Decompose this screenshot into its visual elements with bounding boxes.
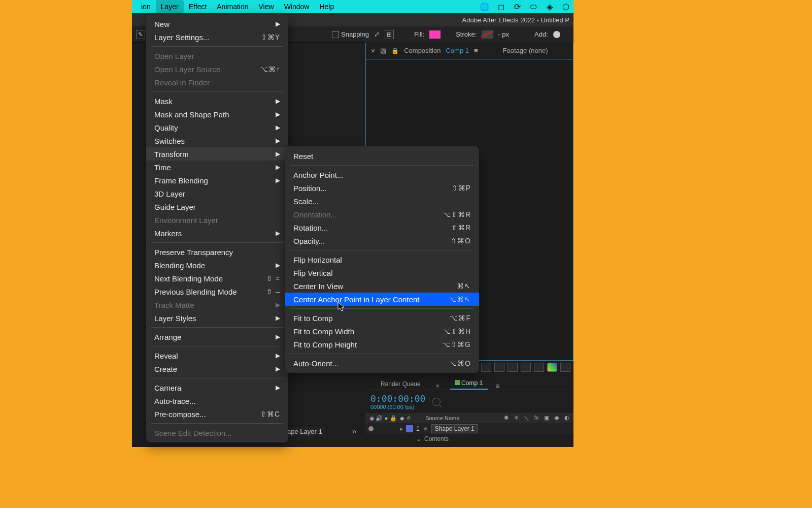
menubar-item-layer[interactable]: Layer	[156, 0, 184, 13]
composition-name[interactable]: Comp 1	[446, 47, 469, 54]
tool-pen-icon[interactable]: ✎	[136, 30, 145, 39]
menubar-item-help[interactable]: Help	[314, 0, 339, 13]
switches-icons[interactable]: ✱✳＼fx▣◉◐	[502, 415, 573, 422]
transform-menu-flip-vertical[interactable]: Flip Vertical	[285, 266, 479, 279]
square-icon[interactable]: ◻	[496, 2, 505, 11]
tab-comp[interactable]: Comp 1	[450, 377, 488, 390]
layer-menu-next-blending-mode[interactable]: Next Blending Mode⇧ =	[146, 272, 288, 285]
layer-menu-reveal[interactable]: Reveal▶	[146, 349, 288, 362]
project-panel-layer-name[interactable]: ape Layer 1	[284, 427, 325, 436]
chevron-down-icon[interactable]: ⌄	[416, 435, 421, 442]
menu-item-label: Markers	[154, 229, 182, 238]
chevron-right-icon: ▶	[265, 384, 280, 391]
visibility-icons[interactable]: ◉🔊●🔒	[368, 415, 397, 422]
layer-menu-layer-styles[interactable]: Layer Styles▶	[146, 311, 288, 325]
footer-ic-refresh[interactable]	[560, 363, 570, 372]
layer-menu-auto-trace[interactable]: Auto-trace...	[146, 394, 288, 407]
timecode-value[interactable]: 0:00:00:00	[370, 393, 425, 404]
tab-render-queue[interactable]: Render Queue	[376, 378, 426, 390]
snapping-toggle[interactable]: Snapping	[332, 30, 369, 38]
menubar-item-ion[interactable]: ion	[136, 0, 156, 13]
circle-play-icon[interactable]: ⟳	[513, 2, 522, 11]
layer-menu-preserve-transparency[interactable]: Preserve Transparency	[146, 245, 288, 259]
expand-icon[interactable]: ▸	[400, 425, 403, 432]
transform-menu-fit-to-comp-width[interactable]: Fit to Comp Width⌥⇧⌘H	[285, 325, 479, 338]
magnet-icon[interactable]: ⤢	[374, 30, 380, 38]
fill-color-chip[interactable]	[429, 30, 441, 39]
panel-menu-icon[interactable]: ≡	[474, 47, 478, 54]
timeline-layer-row[interactable]: ▸ 1 ★ Shape Layer 1	[365, 423, 573, 434]
layer-menu-time[interactable]: Time▶	[146, 161, 288, 174]
layer-menu-new[interactable]: New▶	[146, 17, 288, 30]
close-icon[interactable]: ×	[371, 47, 375, 55]
menubar-item-window[interactable]: Window	[279, 0, 315, 13]
add-button[interactable]	[553, 31, 560, 38]
stroke-color-chip[interactable]	[482, 30, 493, 39]
layer-menu-markers[interactable]: Markers▶	[146, 227, 288, 240]
transform-menu-center-anchor-point-in-layer-content[interactable]: Center Anchor Point in Layer Content⌥⌘↖	[285, 293, 479, 306]
diamond-icon[interactable]: ◈	[545, 2, 554, 11]
layer-menu-quality[interactable]: Quality▶	[146, 121, 288, 134]
layer-menu-previous-blending-mode[interactable]: Previous Blending Mode⇧ –	[146, 285, 288, 298]
transform-menu-position[interactable]: Position...⇧⌘P	[285, 181, 479, 195]
footer-ic-4[interactable]	[507, 363, 518, 372]
layer-menu-layer-settings[interactable]: Layer Settings...⇧⌘Y	[146, 30, 288, 44]
panel-menu-icon[interactable]: ≡	[496, 383, 499, 390]
close-icon[interactable]: ×	[434, 383, 442, 390]
menubar-item-view[interactable]: View	[254, 0, 279, 13]
transform-menu-reset[interactable]: Reset	[285, 149, 479, 163]
shape-layer-icon: ★	[423, 425, 428, 432]
layer-menu-3d-layer[interactable]: 3D Layer	[146, 187, 288, 200]
footer-ic-6[interactable]	[534, 363, 544, 372]
tab-comp-label: Comp 1	[461, 379, 483, 387]
transform-menu-flip-horizontal[interactable]: Flip Horizontal	[285, 253, 479, 266]
search-icon[interactable]	[432, 398, 441, 406]
hex-icon[interactable]: ⬡	[561, 2, 570, 11]
transform-menu-fit-to-comp[interactable]: Fit to Comp⌥⌘F	[285, 311, 479, 325]
menu-item-label: Environment Layer	[154, 216, 218, 225]
layer-menu-frame-blending[interactable]: Frame Blending▶	[146, 174, 288, 187]
layer-menu-mask[interactable]: Mask▶	[146, 94, 288, 108]
layer-menu-guide-layer[interactable]: Guide Layer	[146, 200, 288, 213]
footage-panel-label[interactable]: Footage (none)	[503, 47, 548, 54]
overflow-icon[interactable]: »	[352, 427, 356, 435]
layer-contents-row[interactable]: ⌄ Contents	[365, 434, 573, 443]
transform-menu-fit-to-comp-height[interactable]: Fit to Comp Height⌥⇧⌘G	[285, 338, 479, 351]
transform-menu-center-in-view[interactable]: Center In View⌘↖	[285, 279, 479, 293]
transform-menu-auto-orient[interactable]: Auto-Orient...⌥⌘O	[285, 357, 479, 370]
layer-menu-pre-compose[interactable]: Pre-compose...⇧⌘C	[146, 407, 288, 421]
footer-ic-2[interactable]	[481, 363, 491, 372]
add-label: Add:	[534, 30, 548, 38]
layer-menu-camera[interactable]: Camera▶	[146, 381, 288, 394]
transform-menu-opacity[interactable]: Opacity...⇧⌘O	[285, 234, 479, 247]
menubar-item-effect[interactable]: Effect	[184, 0, 212, 13]
layer-name[interactable]: Shape Layer 1	[431, 424, 478, 433]
stroke-width[interactable]: - px	[498, 30, 509, 38]
menu-item-label: Arrange	[154, 333, 181, 341]
layer-menu-create[interactable]: Create▶	[146, 362, 288, 375]
transform-menu-anchor-point[interactable]: Anchor Point...	[285, 168, 479, 181]
lock-icon[interactable]: 🔒	[391, 47, 399, 54]
footer-ic-3[interactable]	[494, 363, 504, 372]
chevron-right-icon: ▶	[265, 314, 280, 322]
menu-item-label: Create	[154, 365, 177, 373]
transform-menu-rotation[interactable]: Rotation...⇧⌘R	[285, 221, 479, 234]
label-column-icon[interactable]: ◆	[400, 415, 404, 422]
menubar-item-animation[interactable]: Animation	[212, 0, 253, 13]
footer-ic-5[interactable]	[521, 363, 531, 372]
globe-icon[interactable]: 🌐	[480, 2, 489, 11]
layer-color-chip[interactable]	[406, 425, 413, 432]
menu-item-shortcut: ⌥⌘↖	[448, 295, 471, 303]
ovals-icon[interactable]: ⬭	[529, 2, 538, 11]
footer-ic-color[interactable]	[547, 363, 557, 372]
snap-options-icon[interactable]: ⊞	[385, 30, 394, 39]
video-enable-icon[interactable]	[368, 426, 374, 431]
menu-item-shortcut: ⌥⌘F	[450, 314, 471, 322]
source-name-header[interactable]: Source Name	[425, 415, 459, 421]
layer-menu-arrange[interactable]: Arrange▶	[146, 330, 288, 343]
transform-menu-scale[interactable]: Scale...	[285, 195, 479, 208]
layer-menu-mask-and-shape-path[interactable]: Mask and Shape Path▶	[146, 108, 288, 121]
layer-menu-switches[interactable]: Switches▶	[146, 134, 288, 147]
layer-menu-transform[interactable]: Transform▶	[146, 147, 288, 161]
layer-menu-blending-mode[interactable]: Blending Mode▶	[146, 259, 288, 272]
